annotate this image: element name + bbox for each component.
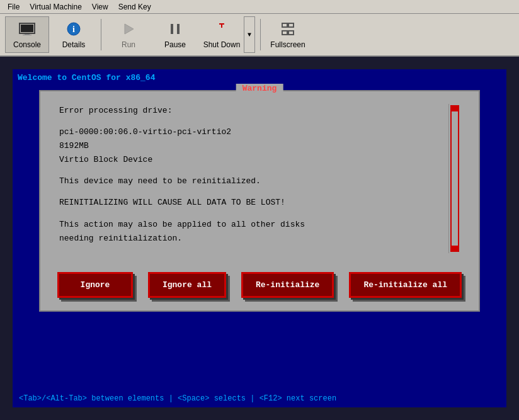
console-button[interactable]: Console [5,16,49,53]
svg-rect-1 [21,25,33,32]
run-icon [120,20,137,38]
centos-dialog-wrapper: Warning Error processing drive: pci-0000… [15,84,504,390]
menu-send-key[interactable]: Send Key [113,1,156,13]
svg-rect-7 [171,24,173,34]
pause-icon [166,20,184,38]
console-label: Console [13,40,41,49]
reinitialize-button[interactable]: Re-initialize [241,272,334,298]
ignore-all-button[interactable]: Ignore all [148,272,226,298]
dialog-buttons: Ignore Ignore all Re-initialize Re-initi… [40,266,479,310]
reinitialize-all-button[interactable]: Re-initialize all [349,272,462,298]
scrollbar-track [450,105,459,252]
svg-rect-14 [282,31,287,35]
toolbar-sep-1 [101,19,101,50]
vm-content-area: Welcome to CentOS for x86_64 Warning Err… [0,57,519,420]
ignore-button[interactable]: Ignore [57,272,133,298]
centos-dialog: Warning Error processing drive: pci-0000… [39,90,480,312]
centos-title: Welcome to CentOS for x86_64 [15,72,504,84]
menu-file[interactable]: File [3,1,25,13]
pause-label: Pause [164,40,186,49]
shutdown-group: Shut Down ▼ [200,16,255,53]
run-label: Run [122,40,135,49]
svg-rect-12 [282,23,287,27]
fullscreen-label: Fullscreen [270,40,305,49]
shutdown-icon [213,20,231,38]
centos-status-bar: <Tab>/<Alt-Tab> between elements | <Spac… [15,392,504,405]
shutdown-dropdown-arrow[interactable]: ▼ [244,16,255,53]
error-line-2: pci-0000:00:06.0-virtio-pci-virtio28192M… [59,125,442,167]
svg-rect-13 [288,23,294,27]
scrollbar-thumb-top [452,106,458,111]
fullscreen-icon [279,20,297,38]
menu-bar: File Virtual Machine View Send Key [0,0,519,14]
error-line-5: This action may also be applied to all o… [59,218,442,246]
svg-rect-8 [177,24,180,34]
details-button[interactable]: i Details [52,16,96,53]
details-label: Details [62,40,86,49]
error-line-4: REINITIALIZING WILL CAUSE ALL DATA TO BE… [59,196,442,210]
fullscreen-button[interactable]: Fullscreen [266,16,310,53]
shutdown-button[interactable]: Shut Down [200,16,244,53]
svg-marker-6 [125,24,134,34]
shutdown-label: Shut Down [203,40,241,49]
svg-text:i: i [72,25,75,34]
details-icon: i [65,20,83,38]
menu-virtual-machine[interactable]: Virtual Machine [25,1,87,13]
dialog-text: Error processing drive: pci-0000:00:06.0… [59,104,442,253]
scrollbar-thumb-bottom [452,246,458,251]
pause-button[interactable]: Pause [153,16,197,53]
run-button[interactable]: Run [106,16,151,53]
dialog-body: Error processing drive: pci-0000:00:06.0… [40,91,479,266]
dialog-title: Warning [236,84,283,93]
console-icon [18,20,36,38]
toolbar-sep-2 [260,19,261,50]
svg-rect-15 [288,31,294,35]
toolbar: Console i Details Run Pause [0,14,519,57]
error-line-1: Error processing drive: [59,104,442,118]
menu-view[interactable]: View [87,1,113,13]
dialog-scrollbar[interactable] [448,104,460,253]
error-line-3: This device may need to be reinitialized… [59,174,442,188]
svg-rect-3 [23,35,31,35]
centos-screen: Welcome to CentOS for x86_64 Warning Err… [13,69,506,407]
